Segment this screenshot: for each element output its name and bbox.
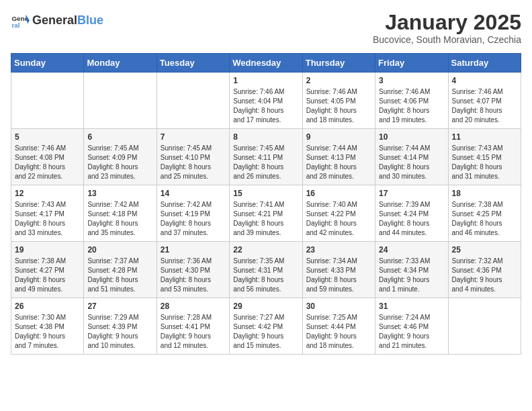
calendar-cell: 19Sunrise: 7:38 AM Sunset: 4:27 PM Dayli…: [11, 242, 84, 298]
day-number: 11: [452, 132, 517, 142]
day-info: Sunrise: 7:46 AM Sunset: 4:04 PM Dayligh…: [233, 87, 298, 125]
day-number: 5: [15, 132, 80, 142]
day-number: 31: [379, 302, 444, 311]
day-info: Sunrise: 7:35 AM Sunset: 4:31 PM Dayligh…: [233, 257, 298, 294]
day-number: 12: [15, 189, 80, 198]
day-number: 8: [233, 132, 298, 142]
calendar-cell: [11, 73, 84, 129]
calendar-cell: 26Sunrise: 7:30 AM Sunset: 4:38 PM Dayli…: [11, 298, 84, 355]
day-number: 14: [161, 189, 226, 198]
calendar-cell: 21Sunrise: 7:36 AM Sunset: 4:30 PM Dayli…: [157, 242, 229, 298]
calendar-cell: 10Sunrise: 7:44 AM Sunset: 4:14 PM Dayli…: [375, 129, 448, 185]
calendar-cell: 27Sunrise: 7:29 AM Sunset: 4:39 PM Dayli…: [84, 298, 157, 355]
day-info: Sunrise: 7:28 AM Sunset: 4:41 PM Dayligh…: [161, 313, 226, 351]
day-number: 30: [306, 302, 371, 311]
calendar-cell: [157, 73, 229, 129]
logo-text-general: General: [32, 13, 77, 28]
day-number: 1: [233, 76, 298, 85]
calendar-cell: 4Sunrise: 7:46 AM Sunset: 4:07 PM Daylig…: [448, 73, 521, 129]
day-info: Sunrise: 7:32 AM Sunset: 4:36 PM Dayligh…: [452, 257, 517, 294]
calendar-cell: 20Sunrise: 7:37 AM Sunset: 4:28 PM Dayli…: [84, 242, 157, 298]
day-info: Sunrise: 7:39 AM Sunset: 4:24 PM Dayligh…: [379, 200, 444, 238]
day-info: Sunrise: 7:46 AM Sunset: 4:07 PM Dayligh…: [452, 87, 517, 125]
calendar-cell: 8Sunrise: 7:45 AM Sunset: 4:11 PM Daylig…: [230, 129, 302, 185]
calendar-cell: 18Sunrise: 7:38 AM Sunset: 4:25 PM Dayli…: [448, 185, 521, 242]
day-info: Sunrise: 7:46 AM Sunset: 4:05 PM Dayligh…: [306, 87, 371, 125]
day-info: Sunrise: 7:25 AM Sunset: 4:44 PM Dayligh…: [306, 313, 371, 351]
calendar-cell: 29Sunrise: 7:27 AM Sunset: 4:42 PM Dayli…: [230, 298, 302, 355]
calendar-cell: 5Sunrise: 7:46 AM Sunset: 4:08 PM Daylig…: [11, 129, 84, 185]
day-number: 6: [87, 132, 152, 142]
calendar-table: SundayMondayTuesdayWednesdayThursdayFrid…: [11, 53, 521, 355]
calendar-cell: [84, 73, 157, 129]
day-number: 20: [87, 245, 152, 255]
calendar-cell: 9Sunrise: 7:44 AM Sunset: 4:13 PM Daylig…: [302, 129, 375, 185]
calendar-cell: 7Sunrise: 7:45 AM Sunset: 4:10 PM Daylig…: [157, 129, 229, 185]
day-info: Sunrise: 7:44 AM Sunset: 4:13 PM Dayligh…: [306, 144, 371, 181]
day-number: 24: [379, 245, 444, 255]
week-row-3: 12Sunrise: 7:43 AM Sunset: 4:17 PM Dayli…: [11, 185, 521, 242]
calendar-cell: 23Sunrise: 7:34 AM Sunset: 4:33 PM Dayli…: [302, 242, 375, 298]
day-info: Sunrise: 7:36 AM Sunset: 4:30 PM Dayligh…: [161, 257, 226, 294]
weekday-header-tuesday: Tuesday: [157, 54, 229, 73]
logo-text-blue: Blue: [77, 13, 103, 28]
day-number: 21: [161, 245, 226, 255]
day-info: Sunrise: 7:44 AM Sunset: 4:14 PM Dayligh…: [379, 144, 444, 181]
day-info: Sunrise: 7:42 AM Sunset: 4:19 PM Dayligh…: [161, 200, 226, 238]
day-number: 3: [379, 76, 444, 85]
day-number: 22: [233, 245, 298, 255]
location-subtitle: Bucovice, South Moravian, Czechia: [373, 34, 521, 45]
day-number: 27: [87, 302, 152, 311]
calendar-cell: 16Sunrise: 7:40 AM Sunset: 4:22 PM Dayli…: [302, 185, 375, 242]
calendar-cell: 3Sunrise: 7:46 AM Sunset: 4:06 PM Daylig…: [375, 73, 448, 129]
logo-icon: Gene ral: [11, 11, 30, 30]
weekday-header-sunday: Sunday: [11, 54, 84, 73]
calendar-cell: 13Sunrise: 7:42 AM Sunset: 4:18 PM Dayli…: [84, 185, 157, 242]
calendar-cell: 1Sunrise: 7:46 AM Sunset: 4:04 PM Daylig…: [230, 73, 302, 129]
calendar-cell: 28Sunrise: 7:28 AM Sunset: 4:41 PM Dayli…: [157, 298, 229, 355]
calendar-cell: 17Sunrise: 7:39 AM Sunset: 4:24 PM Dayli…: [375, 185, 448, 242]
calendar-cell: 22Sunrise: 7:35 AM Sunset: 4:31 PM Dayli…: [230, 242, 302, 298]
weekday-header-friday: Friday: [375, 54, 448, 73]
calendar-cell: 24Sunrise: 7:33 AM Sunset: 4:34 PM Dayli…: [375, 242, 448, 298]
day-number: 9: [306, 132, 371, 142]
day-number: 18: [452, 189, 517, 198]
title-block: January 2025 Bucovice, South Moravian, C…: [373, 11, 521, 45]
day-info: Sunrise: 7:34 AM Sunset: 4:33 PM Dayligh…: [306, 257, 371, 294]
day-number: 26: [15, 302, 80, 311]
day-info: Sunrise: 7:40 AM Sunset: 4:22 PM Dayligh…: [306, 200, 371, 238]
calendar-cell: 31Sunrise: 7:24 AM Sunset: 4:46 PM Dayli…: [375, 298, 448, 355]
calendar-cell: 30Sunrise: 7:25 AM Sunset: 4:44 PM Dayli…: [302, 298, 375, 355]
weekday-header-saturday: Saturday: [448, 54, 521, 73]
day-info: Sunrise: 7:46 AM Sunset: 4:06 PM Dayligh…: [379, 87, 444, 125]
calendar-cell: 6Sunrise: 7:45 AM Sunset: 4:09 PM Daylig…: [84, 129, 157, 185]
day-number: 2: [306, 76, 371, 85]
calendar-cell: 12Sunrise: 7:43 AM Sunset: 4:17 PM Dayli…: [11, 185, 84, 242]
day-info: Sunrise: 7:27 AM Sunset: 4:42 PM Dayligh…: [233, 313, 298, 351]
weekday-header-row: SundayMondayTuesdayWednesdayThursdayFrid…: [11, 54, 521, 73]
weekday-header-wednesday: Wednesday: [230, 54, 302, 73]
day-info: Sunrise: 7:30 AM Sunset: 4:38 PM Dayligh…: [15, 313, 80, 351]
day-number: 23: [306, 245, 371, 255]
day-number: 10: [379, 132, 444, 142]
day-number: 28: [161, 302, 226, 311]
day-info: Sunrise: 7:38 AM Sunset: 4:25 PM Dayligh…: [452, 200, 517, 238]
calendar-cell: [448, 298, 521, 355]
logo: Gene ral GeneralBlue: [11, 11, 103, 30]
weekday-header-monday: Monday: [84, 54, 157, 73]
day-info: Sunrise: 7:45 AM Sunset: 4:10 PM Dayligh…: [161, 144, 226, 181]
svg-text:ral: ral: [11, 21, 19, 29]
day-info: Sunrise: 7:42 AM Sunset: 4:18 PM Dayligh…: [87, 200, 152, 238]
day-info: Sunrise: 7:29 AM Sunset: 4:39 PM Dayligh…: [87, 313, 152, 351]
day-info: Sunrise: 7:45 AM Sunset: 4:09 PM Dayligh…: [87, 144, 152, 181]
day-number: 29: [233, 302, 298, 311]
day-info: Sunrise: 7:46 AM Sunset: 4:08 PM Dayligh…: [15, 144, 80, 181]
day-info: Sunrise: 7:43 AM Sunset: 4:17 PM Dayligh…: [15, 200, 80, 238]
day-number: 15: [233, 189, 298, 198]
page-header: Gene ral GeneralBlue January 2025 Bucovi…: [11, 11, 521, 45]
day-number: 19: [15, 245, 80, 255]
calendar-cell: 2Sunrise: 7:46 AM Sunset: 4:05 PM Daylig…: [302, 73, 375, 129]
day-info: Sunrise: 7:24 AM Sunset: 4:46 PM Dayligh…: [379, 313, 444, 351]
week-row-1: 1Sunrise: 7:46 AM Sunset: 4:04 PM Daylig…: [11, 73, 521, 129]
day-number: 17: [379, 189, 444, 198]
